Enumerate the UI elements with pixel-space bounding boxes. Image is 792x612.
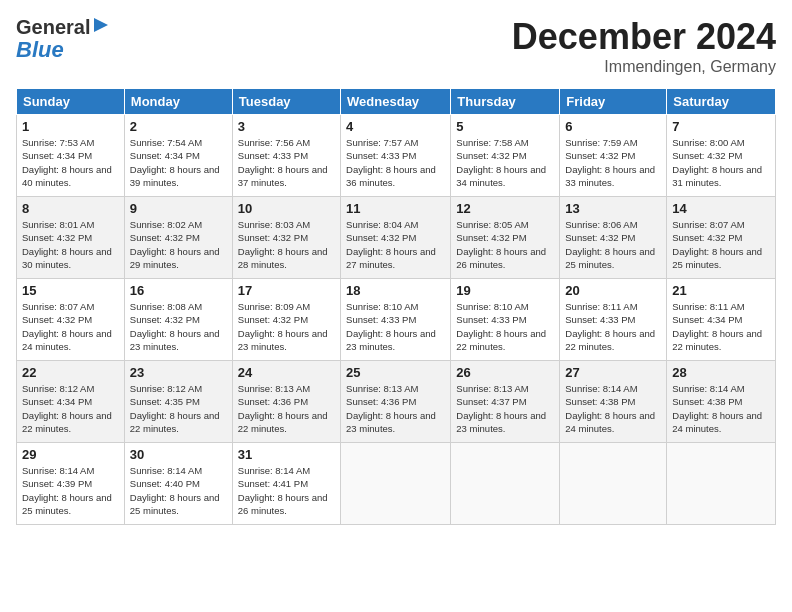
day-number: 31 [238, 447, 335, 462]
table-row: 16Sunrise: 8:08 AMSunset: 4:32 PMDayligh… [124, 279, 232, 361]
col-monday: Monday [124, 89, 232, 115]
table-row: 19Sunrise: 8:10 AMSunset: 4:33 PMDayligh… [451, 279, 560, 361]
day-info: Sunrise: 8:03 AMSunset: 4:32 PMDaylight:… [238, 218, 335, 271]
col-saturday: Saturday [667, 89, 776, 115]
day-info: Sunrise: 8:11 AMSunset: 4:34 PMDaylight:… [672, 300, 770, 353]
table-row: 8Sunrise: 8:01 AMSunset: 4:32 PMDaylight… [17, 197, 125, 279]
table-row: 26Sunrise: 8:13 AMSunset: 4:37 PMDayligh… [451, 361, 560, 443]
day-info: Sunrise: 7:56 AMSunset: 4:33 PMDaylight:… [238, 136, 335, 189]
day-number: 23 [130, 365, 227, 380]
table-row: 12Sunrise: 8:05 AMSunset: 4:32 PMDayligh… [451, 197, 560, 279]
table-row: 28Sunrise: 8:14 AMSunset: 4:38 PMDayligh… [667, 361, 776, 443]
table-row: 10Sunrise: 8:03 AMSunset: 4:32 PMDayligh… [232, 197, 340, 279]
day-number: 7 [672, 119, 770, 134]
table-row: 4Sunrise: 7:57 AMSunset: 4:33 PMDaylight… [341, 115, 451, 197]
day-number: 9 [130, 201, 227, 216]
col-friday: Friday [560, 89, 667, 115]
day-number: 11 [346, 201, 445, 216]
day-info: Sunrise: 8:08 AMSunset: 4:32 PMDaylight:… [130, 300, 227, 353]
day-number: 21 [672, 283, 770, 298]
table-row: 6Sunrise: 7:59 AMSunset: 4:32 PMDaylight… [560, 115, 667, 197]
day-number: 14 [672, 201, 770, 216]
table-row: 15Sunrise: 8:07 AMSunset: 4:32 PMDayligh… [17, 279, 125, 361]
col-wednesday: Wednesday [341, 89, 451, 115]
table-row: 1Sunrise: 7:53 AMSunset: 4:34 PMDaylight… [17, 115, 125, 197]
day-number: 6 [565, 119, 661, 134]
day-info: Sunrise: 8:13 AMSunset: 4:36 PMDaylight:… [346, 382, 445, 435]
day-number: 1 [22, 119, 119, 134]
day-info: Sunrise: 8:06 AMSunset: 4:32 PMDaylight:… [565, 218, 661, 271]
day-number: 18 [346, 283, 445, 298]
day-info: Sunrise: 8:13 AMSunset: 4:37 PMDaylight:… [456, 382, 554, 435]
svg-marker-0 [94, 18, 108, 32]
table-row: 21Sunrise: 8:11 AMSunset: 4:34 PMDayligh… [667, 279, 776, 361]
table-row: 18Sunrise: 8:10 AMSunset: 4:33 PMDayligh… [341, 279, 451, 361]
table-row: 31Sunrise: 8:14 AMSunset: 4:41 PMDayligh… [232, 443, 340, 525]
day-number: 10 [238, 201, 335, 216]
table-row: 25Sunrise: 8:13 AMSunset: 4:36 PMDayligh… [341, 361, 451, 443]
calendar-week-row: 15Sunrise: 8:07 AMSunset: 4:32 PMDayligh… [17, 279, 776, 361]
day-number: 15 [22, 283, 119, 298]
table-row: 14Sunrise: 8:07 AMSunset: 4:32 PMDayligh… [667, 197, 776, 279]
month-title: December 2024 [512, 16, 776, 58]
table-row: 27Sunrise: 8:14 AMSunset: 4:38 PMDayligh… [560, 361, 667, 443]
day-info: Sunrise: 7:57 AMSunset: 4:33 PMDaylight:… [346, 136, 445, 189]
day-number: 25 [346, 365, 445, 380]
day-info: Sunrise: 8:07 AMSunset: 4:32 PMDaylight:… [22, 300, 119, 353]
table-row: 22Sunrise: 8:12 AMSunset: 4:34 PMDayligh… [17, 361, 125, 443]
day-info: Sunrise: 8:02 AMSunset: 4:32 PMDaylight:… [130, 218, 227, 271]
day-number: 29 [22, 447, 119, 462]
day-number: 13 [565, 201, 661, 216]
calendar-week-row: 8Sunrise: 8:01 AMSunset: 4:32 PMDaylight… [17, 197, 776, 279]
day-info: Sunrise: 7:59 AMSunset: 4:32 PMDaylight:… [565, 136, 661, 189]
day-number: 19 [456, 283, 554, 298]
day-info: Sunrise: 8:14 AMSunset: 4:38 PMDaylight:… [565, 382, 661, 435]
day-info: Sunrise: 7:58 AMSunset: 4:32 PMDaylight:… [456, 136, 554, 189]
day-info: Sunrise: 7:54 AMSunset: 4:34 PMDaylight:… [130, 136, 227, 189]
table-row: 7Sunrise: 8:00 AMSunset: 4:32 PMDaylight… [667, 115, 776, 197]
day-number: 24 [238, 365, 335, 380]
table-row [451, 443, 560, 525]
day-info: Sunrise: 8:11 AMSunset: 4:33 PMDaylight:… [565, 300, 661, 353]
day-number: 4 [346, 119, 445, 134]
day-number: 8 [22, 201, 119, 216]
logo-blue: Blue [16, 38, 64, 62]
table-row: 2Sunrise: 7:54 AMSunset: 4:34 PMDaylight… [124, 115, 232, 197]
day-info: Sunrise: 8:12 AMSunset: 4:35 PMDaylight:… [130, 382, 227, 435]
day-number: 12 [456, 201, 554, 216]
table-row: 17Sunrise: 8:09 AMSunset: 4:32 PMDayligh… [232, 279, 340, 361]
calendar-table: Sunday Monday Tuesday Wednesday Thursday… [16, 88, 776, 525]
day-info: Sunrise: 8:01 AMSunset: 4:32 PMDaylight:… [22, 218, 119, 271]
table-row: 9Sunrise: 8:02 AMSunset: 4:32 PMDaylight… [124, 197, 232, 279]
day-info: Sunrise: 8:07 AMSunset: 4:32 PMDaylight:… [672, 218, 770, 271]
col-sunday: Sunday [17, 89, 125, 115]
day-info: Sunrise: 8:00 AMSunset: 4:32 PMDaylight:… [672, 136, 770, 189]
table-row [341, 443, 451, 525]
table-row: 3Sunrise: 7:56 AMSunset: 4:33 PMDaylight… [232, 115, 340, 197]
day-info: Sunrise: 8:12 AMSunset: 4:34 PMDaylight:… [22, 382, 119, 435]
day-info: Sunrise: 7:53 AMSunset: 4:34 PMDaylight:… [22, 136, 119, 189]
day-info: Sunrise: 8:14 AMSunset: 4:41 PMDaylight:… [238, 464, 335, 517]
day-number: 3 [238, 119, 335, 134]
day-info: Sunrise: 8:10 AMSunset: 4:33 PMDaylight:… [456, 300, 554, 353]
day-info: Sunrise: 8:14 AMSunset: 4:40 PMDaylight:… [130, 464, 227, 517]
day-number: 2 [130, 119, 227, 134]
day-number: 20 [565, 283, 661, 298]
logo: General Blue [16, 16, 110, 62]
table-row: 23Sunrise: 8:12 AMSunset: 4:35 PMDayligh… [124, 361, 232, 443]
calendar-week-row: 1Sunrise: 7:53 AMSunset: 4:34 PMDaylight… [17, 115, 776, 197]
day-number: 17 [238, 283, 335, 298]
day-number: 5 [456, 119, 554, 134]
day-number: 27 [565, 365, 661, 380]
calendar-week-row: 22Sunrise: 8:12 AMSunset: 4:34 PMDayligh… [17, 361, 776, 443]
table-row [667, 443, 776, 525]
day-info: Sunrise: 8:14 AMSunset: 4:38 PMDaylight:… [672, 382, 770, 435]
location: Immendingen, Germany [512, 58, 776, 76]
table-row: 5Sunrise: 7:58 AMSunset: 4:32 PMDaylight… [451, 115, 560, 197]
table-row: 30Sunrise: 8:14 AMSunset: 4:40 PMDayligh… [124, 443, 232, 525]
day-number: 30 [130, 447, 227, 462]
logo-text: General [16, 16, 90, 38]
day-number: 26 [456, 365, 554, 380]
day-info: Sunrise: 8:09 AMSunset: 4:32 PMDaylight:… [238, 300, 335, 353]
calendar-week-row: 29Sunrise: 8:14 AMSunset: 4:39 PMDayligh… [17, 443, 776, 525]
